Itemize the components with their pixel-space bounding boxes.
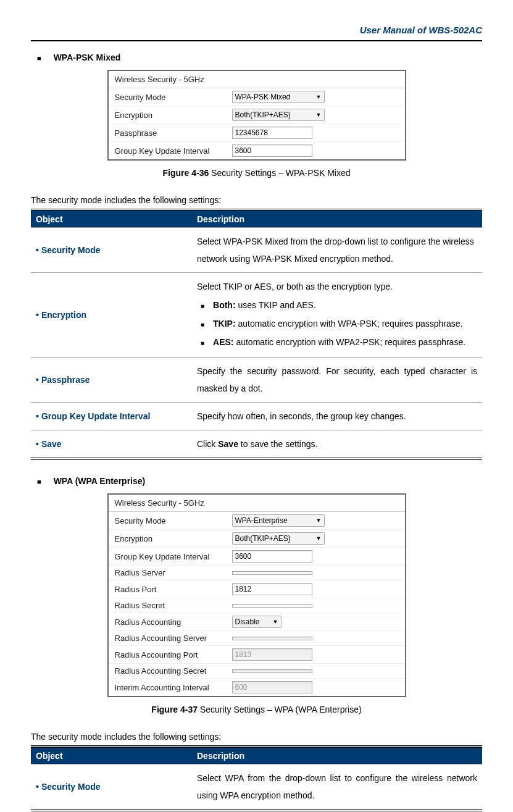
figure-row-label: Radius Secret xyxy=(115,601,232,610)
section-heading-wpa-psk-mixed: ■ WPA-PSK Mixed xyxy=(37,52,482,62)
square-bullet-icon: ■ xyxy=(201,300,204,312)
object-label: Group Key Update Interval xyxy=(41,411,151,421)
figure-row: Passphrase 12345678 xyxy=(109,124,405,142)
figure-row-label: Radius Accounting Secret xyxy=(115,666,232,676)
caption-text: Security Settings – WPA (WPA Enterprise) xyxy=(198,705,362,714)
table-row: •Security Mode Select WPA-PSK Mixed from… xyxy=(31,228,482,273)
object-label: Save xyxy=(41,439,62,449)
caption-text: Security Settings – WPA-PSK Mixed xyxy=(209,168,350,178)
group-key-interval-input[interactable]: 3600 xyxy=(232,550,312,563)
object-label: Passphrase xyxy=(41,375,90,385)
radius-acct-secret-input xyxy=(232,669,312,673)
settings-table-wpa-enterprise: Object Description •Security Mode Select… xyxy=(31,745,482,811)
table-header-description: Description xyxy=(192,210,482,228)
description-cell: Specify the security password. For secur… xyxy=(192,358,482,403)
bullet-icon: • xyxy=(36,439,39,449)
square-bullet-icon: ■ xyxy=(201,319,204,331)
passphrase-input[interactable]: 12345678 xyxy=(232,127,312,139)
description-cell: Select WPA-PSK Mixed from the drop-down … xyxy=(192,228,482,273)
figure-row-label: Radius Accounting Port xyxy=(115,650,232,659)
section-heading-wpa-enterprise: ■ WPA (WPA Enterprise) xyxy=(37,476,482,486)
caption-number: Figure 4-36 xyxy=(163,168,209,178)
figure-row-label: Group Key Update Interval xyxy=(115,552,232,561)
list-item: ■TKIP: automatic encryption with WPA-PSK… xyxy=(197,315,477,332)
figure-caption: Figure 4-37 Security Settings – WPA (WPA… xyxy=(31,705,482,714)
list-item: ■Both: uses TKIP and AES. xyxy=(197,296,477,314)
figure-row-label: Group Key Update Interval xyxy=(115,146,232,156)
table-header-object: Object xyxy=(31,210,192,228)
figure-row-label: Passphrase xyxy=(115,128,232,138)
section-heading-label: WPA-PSK Mixed xyxy=(54,52,121,62)
encryption-select[interactable]: Both(TKIP+AES)▼ xyxy=(232,109,325,121)
radius-acct-port-input: 1813 xyxy=(232,648,312,661)
security-mode-select[interactable]: WPA-PSK Mixed▼ xyxy=(232,91,325,103)
page-header-title: User Manual of WBS-502AC xyxy=(31,25,482,41)
radius-secret-input[interactable] xyxy=(232,604,312,608)
description-cell: Specify how often, in seconds, the group… xyxy=(192,403,482,430)
radius-acct-server-input xyxy=(232,637,312,640)
figure-wpa-enterprise: Wireless Security - 5GHz Security ModeWP… xyxy=(107,493,406,697)
object-label: Encryption xyxy=(41,310,86,320)
chevron-down-icon: ▼ xyxy=(316,112,322,118)
bullet-icon: • xyxy=(36,310,39,320)
figure-row-label: Radius Accounting xyxy=(115,617,232,627)
description-cell: Select TKIP or AES, or both as the encry… xyxy=(192,273,482,358)
figure-row-label: Security Mode xyxy=(115,93,232,102)
table-row: •Security Mode Select WPA from the drop-… xyxy=(31,764,482,811)
figure-row-label: Encryption xyxy=(115,534,232,543)
chevron-down-icon: ▼ xyxy=(316,94,322,100)
intro-text: The security mode includes the following… xyxy=(31,732,482,742)
figure-title: Wireless Security - 5GHz xyxy=(109,495,405,512)
radius-accounting-select[interactable]: Disable▼ xyxy=(232,616,282,628)
caption-number: Figure 4-37 xyxy=(151,705,198,714)
figure-title: Wireless Security - 5GHz xyxy=(109,71,405,88)
object-label: Security Mode xyxy=(41,782,101,792)
figure-row-label: Encryption xyxy=(115,111,232,120)
bullet-icon: • xyxy=(36,411,39,421)
figure-row-label: Radius Port xyxy=(115,585,232,594)
square-bullet-icon: ■ xyxy=(37,478,41,485)
figure-row-label: Interim Accounting Interval xyxy=(115,683,232,692)
bullet-icon: • xyxy=(36,245,39,255)
figure-caption: Figure 4-36 Security Settings – WPA-PSK … xyxy=(31,168,482,178)
table-row: •Group Key Update Interval Specify how o… xyxy=(31,403,482,430)
table-row: •Passphrase Specify the security passwor… xyxy=(31,358,482,403)
intro-text: The security mode includes the following… xyxy=(31,195,482,205)
radius-port-input[interactable]: 1812 xyxy=(232,583,312,595)
section-heading-label: WPA (WPA Enterprise) xyxy=(54,476,146,486)
security-mode-select[interactable]: WPA-Enterprise▼ xyxy=(232,514,325,527)
interim-acct-interval-input: 600 xyxy=(232,681,312,693)
encryption-select[interactable]: Both(TKIP+AES)▼ xyxy=(232,532,325,545)
figure-wpa-psk-mixed: Wireless Security - 5GHz Security Mode W… xyxy=(107,70,406,161)
list-item: ■AES: automatic encryption with WPA2-PSK… xyxy=(197,333,477,351)
table-header-description: Description xyxy=(192,747,482,764)
radius-server-input[interactable] xyxy=(232,571,312,575)
bullet-icon: • xyxy=(36,782,39,792)
figure-row: Security Mode WPA-PSK Mixed▼ xyxy=(109,88,405,106)
figure-row: Group Key Update Interval 3600 xyxy=(109,142,405,159)
square-bullet-icon: ■ xyxy=(37,54,41,62)
description-cell: Click Save to save the settings. xyxy=(192,430,482,459)
chevron-down-icon: ▼ xyxy=(316,517,322,524)
description-cell: Select WPA from the drop-down list to co… xyxy=(192,764,482,811)
description-line: Select TKIP or AES, or both as the encry… xyxy=(197,278,477,295)
table-header-object: Object xyxy=(31,747,192,764)
group-key-interval-input[interactable]: 3600 xyxy=(232,144,312,157)
figure-row-label: Radius Accounting Server xyxy=(115,634,232,643)
table-row: •Save Click Save to save the settings. xyxy=(31,430,482,459)
object-label: Security Mode xyxy=(41,245,101,255)
figure-row: Encryption Both(TKIP+AES)▼ xyxy=(109,106,405,124)
figure-row-label: Security Mode xyxy=(115,516,232,525)
figure-row-label: Radius Server xyxy=(115,568,232,577)
table-row: •Encryption Select TKIP or AES, or both … xyxy=(31,273,482,358)
chevron-down-icon: ▼ xyxy=(316,535,322,542)
chevron-down-icon: ▼ xyxy=(273,619,278,625)
settings-table-wpa-psk: Object Description •Security Mode Select… xyxy=(31,209,482,460)
bullet-icon: • xyxy=(36,375,39,385)
square-bullet-icon: ■ xyxy=(201,337,204,349)
